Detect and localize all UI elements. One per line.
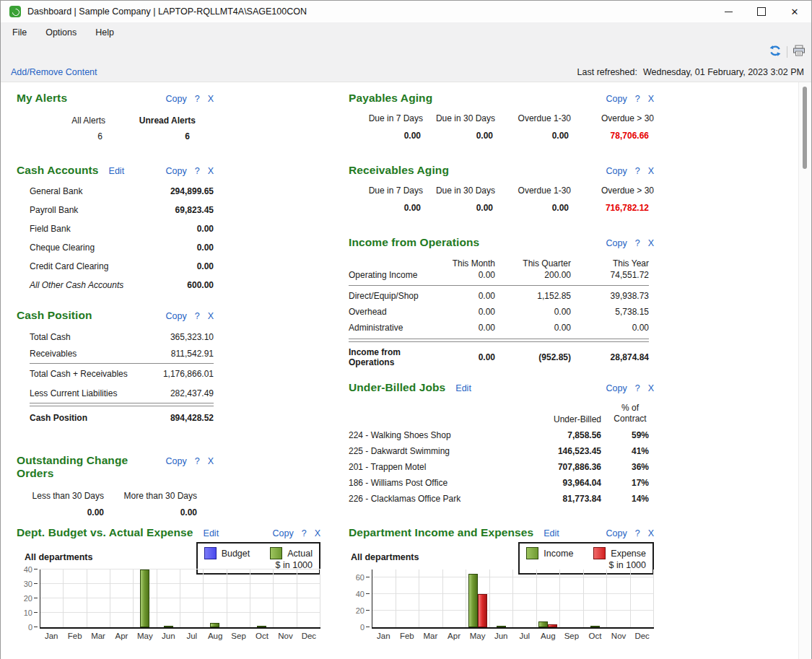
income-total-quarter: (952.85)	[495, 352, 571, 362]
panel-title: Under-Billed Jobs	[349, 381, 445, 394]
close-panel-link[interactable]: X	[315, 528, 320, 538]
help-link[interactable]: ?	[195, 456, 200, 466]
minimize-button[interactable]	[712, 1, 745, 22]
maximize-button[interactable]	[745, 1, 778, 22]
edit-link[interactable]: Edit	[543, 528, 559, 538]
copy-link[interactable]: Copy	[166, 456, 187, 466]
column-header: This Month	[437, 258, 495, 269]
close-panel-link[interactable]: X	[208, 94, 214, 104]
legend-label: Budget	[222, 549, 250, 559]
month-cell-aug	[204, 569, 227, 627]
minimize-icon	[725, 12, 733, 12]
menubar: File Options Help	[1, 22, 811, 42]
actual-bar-aug	[210, 623, 219, 627]
edit-link[interactable]: Edit	[455, 383, 471, 393]
income-bar-aug	[538, 621, 548, 627]
month-cell-apr	[110, 569, 134, 627]
help-link[interactable]: ?	[635, 238, 640, 248]
close-panel-link[interactable]: X	[648, 238, 654, 248]
copy-link[interactable]: Copy	[606, 528, 627, 538]
menu-file[interactable]: File	[12, 27, 27, 38]
edit-link[interactable]: Edit	[204, 528, 219, 538]
month-cell-oct	[250, 569, 274, 627]
dept-budget-vs-actual-chart: 010203040JanFebMarAprMayJunJulAugSepOctN…	[17, 569, 320, 640]
x-tick-label: Nov	[607, 632, 631, 640]
copy-link[interactable]: Copy	[606, 383, 627, 393]
cash-position-row: Receivables811,542.91	[17, 349, 214, 359]
column-header: Due in 30 Days	[423, 113, 495, 123]
last-refreshed-value: Wednesday, 01 February, 2023 3:02 PM	[643, 67, 804, 77]
column-header: Overdue > 30	[571, 186, 654, 196]
help-link[interactable]: ?	[635, 94, 640, 104]
cash-account-row: Payroll Bank69,823.45	[17, 205, 214, 215]
close-panel-link[interactable]: X	[208, 456, 214, 466]
help-link[interactable]: ?	[195, 166, 200, 176]
income-row-label: Direct/Equip/Shop	[349, 291, 437, 301]
x-tick-label: Jul	[512, 632, 536, 640]
close-panel-link[interactable]: X	[648, 94, 654, 104]
scrollbar-thumb[interactable]	[803, 87, 807, 169]
copy-link[interactable]: Copy	[273, 528, 294, 538]
job-pct: 59%	[601, 430, 649, 440]
month-cell-jul	[180, 569, 204, 627]
chart-plot-area	[40, 569, 320, 629]
column-header: Overdue > 30	[571, 113, 654, 123]
close-panel-link[interactable]: X	[648, 166, 654, 176]
x-tick-label: Feb	[63, 632, 86, 640]
x-tick-label: Feb	[396, 632, 419, 640]
copy-link[interactable]: Copy	[606, 166, 627, 176]
help-link[interactable]: ?	[635, 383, 640, 393]
cash-account-row: Cheque Clearing0.00	[17, 243, 214, 253]
add-remove-content-link[interactable]: Add/Remove Content	[11, 67, 97, 77]
actual-bar-oct	[257, 626, 266, 627]
panel-dept-income-expenses: Department Income and Expenses Edit Copy…	[349, 526, 654, 640]
income-row-label: Operating Income	[349, 270, 437, 280]
maximize-icon	[757, 7, 766, 16]
dashboard-window: Dashboard | Sample Company | LAPTOP-RQLL…	[0, 0, 812, 659]
help-link[interactable]: ?	[195, 311, 200, 321]
help-link[interactable]: ?	[635, 528, 640, 538]
close-panel-link[interactable]: X	[208, 166, 214, 176]
month-cell-mar	[87, 569, 110, 627]
menu-help[interactable]: Help	[95, 27, 114, 38]
help-link[interactable]: ?	[195, 94, 200, 104]
month-cell-nov	[274, 569, 297, 627]
menu-options[interactable]: Options	[45, 27, 77, 38]
payables-overdue-30: 78,706.66	[569, 131, 649, 141]
close-panel-link[interactable]: X	[648, 383, 654, 393]
month-cell-jun	[157, 569, 180, 627]
column-header: Less than 30 Days	[17, 491, 104, 501]
column-header: Due in 7 Days	[349, 186, 423, 196]
copy-link[interactable]: Copy	[606, 94, 627, 104]
refresh-icon[interactable]	[769, 45, 782, 60]
help-link[interactable]: ?	[302, 528, 307, 538]
close-panel-link[interactable]: X	[208, 311, 214, 321]
edit-link[interactable]: Edit	[109, 166, 125, 176]
x-tick-label: Jan	[372, 632, 396, 640]
vertical-scrollbar[interactable]	[798, 82, 811, 659]
month-cell-mar	[419, 569, 443, 627]
help-link[interactable]: ?	[635, 166, 640, 176]
copy-link[interactable]: Copy	[166, 94, 187, 104]
job-amount: 81,773.84	[523, 494, 601, 504]
x-tick-label: Mar	[87, 632, 110, 640]
close-panel-link[interactable]: X	[648, 528, 654, 538]
x-tick-label: Oct	[583, 632, 607, 640]
sage100-app-icon	[9, 6, 21, 17]
y-tick-mark	[366, 610, 370, 611]
income-bar-oct	[590, 626, 600, 627]
close-button[interactable]: ✕	[778, 1, 811, 22]
copy-link[interactable]: Copy	[166, 311, 187, 321]
x-tick-label: Aug	[204, 632, 227, 640]
panel-title: Income from Operations	[349, 236, 479, 249]
print-icon[interactable]	[793, 45, 806, 59]
info-bar: Add/Remove Content Last refreshed: Wedne…	[1, 62, 811, 82]
job-amount: 707,886.36	[523, 462, 601, 472]
x-tick-label: Mar	[419, 632, 442, 640]
copy-link[interactable]: Copy	[606, 238, 627, 248]
payables-due-7: 0.00	[349, 131, 421, 141]
column-header: Due in 30 Days	[423, 186, 495, 196]
titlebar: Dashboard | Sample Company | LAPTOP-RQLL…	[1, 1, 811, 22]
x-tick-label: Jun	[489, 632, 513, 640]
copy-link[interactable]: Copy	[166, 166, 187, 176]
